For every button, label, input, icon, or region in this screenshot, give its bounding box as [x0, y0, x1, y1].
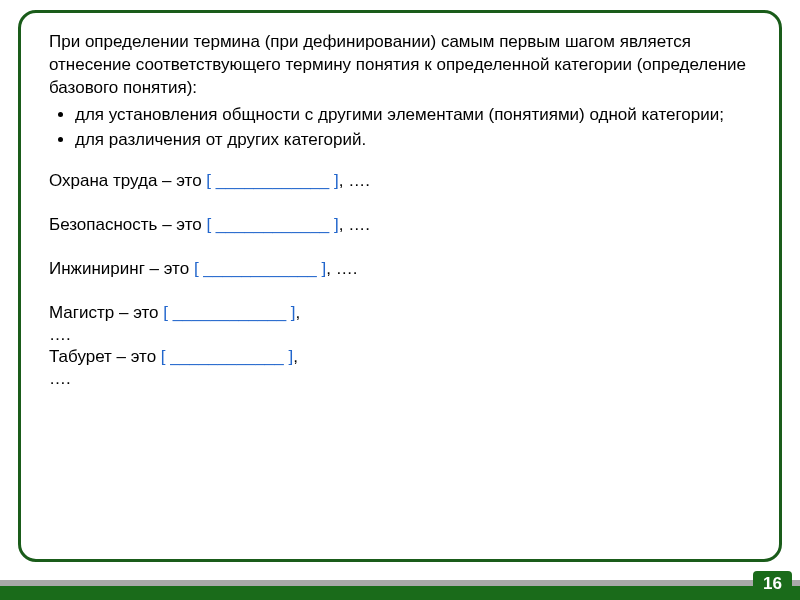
blank-placeholder: [ ____________ ] [206, 171, 338, 190]
example-line-3: Инжиниринг – это [ ____________ ], …. [49, 258, 751, 280]
example-lead: Охрана труда – это [49, 171, 206, 190]
example-line-1: Охрана труда – это [ ____________ ], …. [49, 170, 751, 192]
bullet-list: для установления общности с другими элем… [49, 104, 751, 152]
blank-placeholder: [ ____________ ] [206, 215, 338, 234]
example-line-2: Безопасность – это [ ____________ ], …. [49, 214, 751, 236]
example-lead: Инжиниринг – это [49, 259, 194, 278]
example-ellipsis: …. [49, 324, 751, 346]
example-line-4: Магистр – это [ ____________ ], [49, 302, 751, 324]
blank-placeholder: [ ____________ ] [161, 347, 293, 366]
footer-bar: 16 [0, 570, 800, 600]
example-tail: , [293, 347, 298, 366]
bullet-item: для различения от других категорий. [75, 129, 751, 152]
example-lead: Магистр – это [49, 303, 163, 322]
intro-paragraph: При определении термина (при дефинирован… [49, 31, 751, 100]
example-tail: , …. [339, 171, 370, 190]
example-line-5: Табурет – это [ ____________ ], [49, 346, 751, 368]
example-tail: , …. [326, 259, 357, 278]
bullet-item: для установления общности с другими элем… [75, 104, 751, 127]
blank-placeholder: [ ____________ ] [194, 259, 326, 278]
example-lead: Безопасность – это [49, 215, 206, 234]
example-tail: , …. [339, 215, 370, 234]
example-lead: Табурет – это [49, 347, 161, 366]
example-pair: Магистр – это [ ____________ ], …. Табур… [49, 302, 751, 390]
example-ellipsis: …. [49, 368, 751, 390]
example-tail: , [296, 303, 301, 322]
footer-stripe-green [0, 586, 800, 600]
slide-frame: При определении термина (при дефинирован… [18, 10, 782, 562]
blank-placeholder: [ ____________ ] [163, 303, 295, 322]
page-number-badge: 16 [753, 571, 792, 598]
